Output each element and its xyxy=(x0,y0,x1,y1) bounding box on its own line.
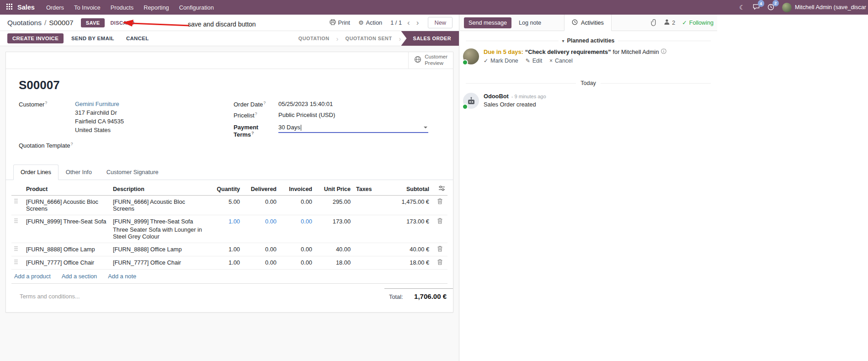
column-unit-price[interactable]: Unit Price xyxy=(315,183,353,196)
cell-taxes xyxy=(353,196,382,215)
help-marker: ? xyxy=(255,111,257,116)
tab-customer-signature[interactable]: Customer Signature xyxy=(99,165,166,180)
pencil-icon: ✎ xyxy=(526,58,530,64)
delete-line-icon[interactable] xyxy=(432,215,447,243)
optional-columns-header xyxy=(432,183,447,196)
save-button[interactable]: SAVE xyxy=(81,18,105,27)
cell-description: [FURN_7777] Office Chair xyxy=(110,256,208,270)
menu-products[interactable]: Products xyxy=(106,1,139,14)
customer-city: Fairfield CA 94535 xyxy=(75,118,234,125)
drag-handle-icon[interactable] xyxy=(11,256,23,270)
planned-activities-toggle[interactable]: ▾ Planned activities xyxy=(562,37,615,44)
payment-terms-input[interactable]: 30 Days xyxy=(278,124,428,133)
tab-order-lines[interactable]: Order Lines xyxy=(13,165,59,180)
attachments-button[interactable] xyxy=(651,19,657,26)
order-line-row[interactable]: [FURN_8888] Office Lamp [FURN_8888] Offi… xyxy=(11,243,447,256)
drag-handle-icon[interactable] xyxy=(11,196,23,215)
dropdown-caret-icon[interactable] xyxy=(424,127,427,130)
cancel-button[interactable]: CANCEL xyxy=(122,33,153,43)
help-marker: ? xyxy=(263,101,266,105)
tab-other-info[interactable]: Other Info xyxy=(59,165,99,180)
statusbar: CREATE INVOICE SEND BY EMAIL CANCEL QUOT… xyxy=(0,31,459,46)
column-delivered[interactable]: Delivered xyxy=(243,183,279,196)
top-navbar: Sales Orders To Invoice Products Reporti… xyxy=(0,0,868,15)
quotation-template-input[interactable] xyxy=(75,142,234,149)
pager-previous-button[interactable]: ‹ xyxy=(406,19,411,27)
apps-menu-button[interactable] xyxy=(5,4,13,11)
column-quantity[interactable]: Quantity xyxy=(208,183,243,196)
edit-activity-button[interactable]: ✎ Edit xyxy=(526,58,542,64)
drag-handle-icon[interactable] xyxy=(11,243,23,256)
menu-reporting[interactable]: Reporting xyxy=(138,1,174,14)
info-icon[interactable] xyxy=(661,48,666,55)
total-value: 1,706.00 € xyxy=(414,292,447,300)
caret-down-icon: ▾ xyxy=(562,38,564,43)
delete-line-icon[interactable] xyxy=(432,196,447,215)
breadcrumb-quotations-link[interactable]: Quotations xyxy=(7,19,42,27)
send-message-button[interactable]: Send message xyxy=(464,17,511,28)
cell-invoiced: 0.00 xyxy=(279,215,315,243)
send-by-email-button[interactable]: SEND BY EMAIL xyxy=(67,33,118,43)
cell-delivered: 0.00 xyxy=(243,243,279,256)
order-total: Total: 1,706.00 € xyxy=(384,288,453,300)
drag-handle-icon[interactable] xyxy=(11,215,23,243)
create-invoice-button[interactable]: CREATE INVOICE xyxy=(7,33,64,43)
cancel-activity-button[interactable]: × Cancel xyxy=(549,58,573,64)
column-taxes[interactable]: Taxes xyxy=(353,183,382,196)
order-date-value[interactable]: 05/25/2023 15:40:01 xyxy=(278,101,428,108)
menu-to-invoice[interactable]: To Invoice xyxy=(69,1,106,14)
menu-orders[interactable]: Orders xyxy=(41,1,69,14)
column-invoiced[interactable]: Invoiced xyxy=(279,183,315,196)
order-line-row[interactable]: [FURN_6666] Acoustic Bloc Screens [FURN_… xyxy=(11,196,447,215)
mark-done-button[interactable]: ✓ Mark Done xyxy=(484,58,518,64)
breadcrumb-separator: / xyxy=(44,19,46,27)
print-button[interactable]: Print xyxy=(330,19,350,27)
cell-subtotal: 173.00 € xyxy=(382,215,432,243)
column-description[interactable]: Description xyxy=(110,183,208,196)
activities-tab[interactable]: Activities xyxy=(564,15,612,31)
cell-taxes xyxy=(353,243,382,256)
menu-configuration[interactable]: Configuration xyxy=(174,1,219,14)
add-a-note-link[interactable]: Add a note xyxy=(108,273,136,280)
messages-button[interactable]: 4 xyxy=(753,4,760,11)
log-note-button[interactable]: Log note xyxy=(514,17,546,28)
customer-preview-button[interactable]: Customer Preview xyxy=(408,52,453,69)
cell-product: [FURN_8888] Office Lamp xyxy=(23,243,110,256)
status-steps: QUOTATION › QUOTATION SENT › SALES ORDER xyxy=(292,31,459,46)
following-button[interactable]: ✓ Following xyxy=(682,19,714,26)
terms-and-conditions-input[interactable]: Terms and conditions... xyxy=(20,288,384,300)
step-quotation-sent[interactable]: QUOTATION SENT xyxy=(339,31,399,46)
cell-description: [FURN_8888] Office Lamp xyxy=(110,243,208,256)
user-name: Mitchell Admin (save_discar xyxy=(795,4,866,11)
user-menu[interactable]: Mitchell Admin (save_discar xyxy=(782,3,866,12)
pager-next-button[interactable]: › xyxy=(415,19,420,27)
person-icon xyxy=(664,19,670,27)
column-product[interactable]: Product xyxy=(23,183,110,196)
app-name[interactable]: Sales xyxy=(17,4,35,11)
message-author[interactable]: OdooBot xyxy=(484,93,509,100)
column-subtotal[interactable]: Subtotal xyxy=(382,183,432,196)
pricelist-value[interactable]: Public Pricelist (USD) xyxy=(278,111,428,119)
cell-delivered: 0.00 xyxy=(243,256,279,270)
breadcrumb: Quotations / S00007 xyxy=(7,19,74,27)
customer-street: 317 Fairchild Dr xyxy=(75,109,234,116)
step-sales-order-active[interactable]: SALES ORDER xyxy=(401,31,459,46)
cell-taxes xyxy=(353,215,382,243)
clock-icon xyxy=(572,19,578,27)
new-button[interactable]: New xyxy=(428,17,453,28)
customer-link[interactable]: Gemini Furniture xyxy=(75,101,119,107)
action-button[interactable]: ⚙ Action xyxy=(358,19,382,26)
activity-summary: “Check delivery requirements” xyxy=(525,48,611,55)
add-a-product-link[interactable]: Add a product xyxy=(14,273,51,280)
delete-line-icon[interactable] xyxy=(432,256,447,270)
order-line-row[interactable]: [FURN_7777] Office Chair [FURN_7777] Off… xyxy=(11,256,447,270)
order-line-row[interactable]: [FURN_8999] Three-Seat Sofa [FURN_8999] … xyxy=(11,215,447,243)
delete-line-icon[interactable] xyxy=(432,243,447,256)
add-a-section-link[interactable]: Add a section xyxy=(62,273,97,280)
optional-columns-icon[interactable] xyxy=(439,186,445,192)
followers-button[interactable]: 2 xyxy=(664,19,675,27)
help-marker: ? xyxy=(71,142,73,146)
activities-button[interactable]: 2 xyxy=(767,4,774,11)
dark-mode-moon-icon[interactable]: ☾ xyxy=(739,4,745,11)
step-quotation[interactable]: QUOTATION xyxy=(292,31,336,46)
